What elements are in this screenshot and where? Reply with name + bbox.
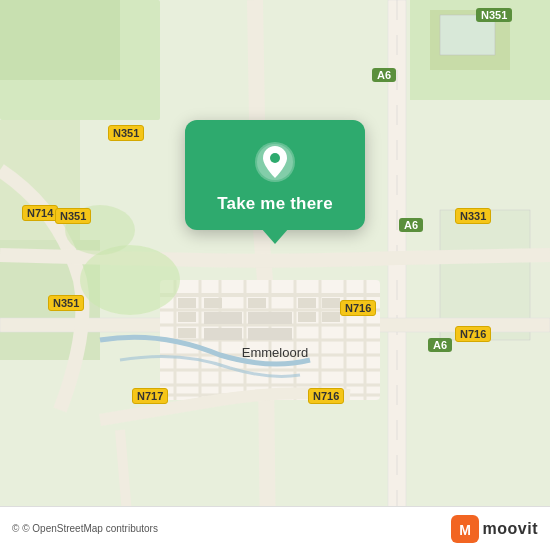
road-label-a6-mid: A6 xyxy=(399,218,423,232)
svg-rect-40 xyxy=(298,298,316,308)
svg-rect-35 xyxy=(204,312,242,324)
svg-rect-43 xyxy=(322,312,340,322)
road-label-n716-right: N716 xyxy=(455,326,491,342)
moovit-text: moovit xyxy=(483,520,538,538)
svg-text:M: M xyxy=(459,522,471,538)
svg-rect-32 xyxy=(178,312,196,322)
road-label-n716-mid: N716 xyxy=(340,300,376,316)
road-label-n351-top: N351 xyxy=(108,125,144,141)
svg-rect-37 xyxy=(248,298,266,308)
svg-point-48 xyxy=(270,153,280,163)
svg-rect-31 xyxy=(178,298,196,308)
take-me-there-button[interactable]: Take me there xyxy=(217,194,333,214)
svg-rect-33 xyxy=(178,328,196,338)
map-background xyxy=(0,0,550,550)
bottom-bar: © © OpenStreetMap contributors M moovit xyxy=(0,506,550,550)
svg-rect-36 xyxy=(204,328,242,340)
svg-rect-42 xyxy=(322,298,340,308)
svg-rect-41 xyxy=(298,312,316,322)
road-label-n331: N331 xyxy=(455,208,491,224)
road-label-n717: N717 xyxy=(132,388,168,404)
city-label: Emmeloord xyxy=(242,345,308,360)
popup-card: Take me there xyxy=(185,120,365,230)
road-label-n351-bottom: N351 xyxy=(48,295,84,311)
road-label-n351-left: N351 xyxy=(55,208,91,224)
road-label-n716-bottom: N716 xyxy=(308,388,344,404)
svg-rect-38 xyxy=(248,312,292,324)
moovit-brand-icon: M xyxy=(451,515,479,543)
road-label-n351-top-right: N351 xyxy=(476,8,512,22)
location-pin-icon xyxy=(253,140,297,184)
road-label-a6-bottom: A6 xyxy=(428,338,452,352)
copyright-icon: © xyxy=(12,523,19,534)
svg-point-44 xyxy=(80,245,180,315)
road-label-n714: N714 xyxy=(22,205,58,221)
svg-rect-34 xyxy=(204,298,222,308)
moovit-logo: M moovit xyxy=(451,515,538,543)
attribution: © © OpenStreetMap contributors xyxy=(12,523,158,534)
road-label-a6-top: A6 xyxy=(372,68,396,82)
map-container: N714 N351 N351 N351 N331 N716 N716 N717 … xyxy=(0,0,550,550)
svg-rect-39 xyxy=(248,328,292,340)
attribution-text: © OpenStreetMap contributors xyxy=(22,523,158,534)
svg-rect-2 xyxy=(0,0,120,80)
